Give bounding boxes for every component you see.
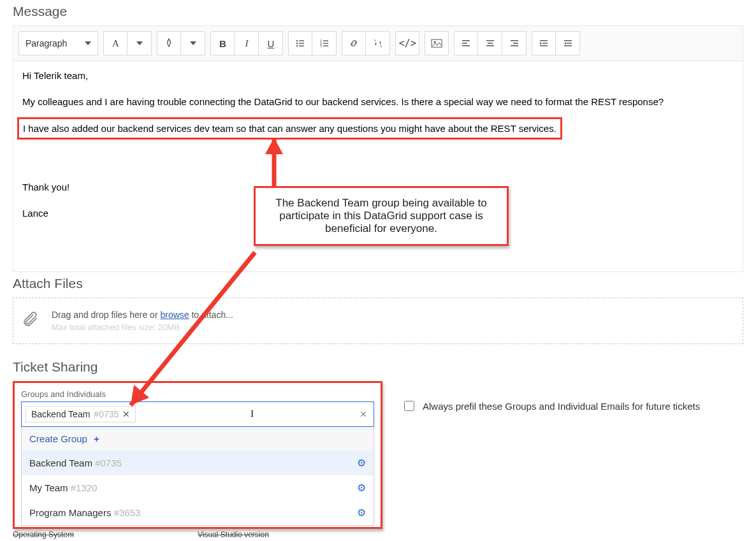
svg-line-13 bbox=[380, 45, 382, 47]
svg-rect-23 bbox=[513, 43, 518, 44]
create-group-option[interactable]: Create Group + bbox=[22, 427, 374, 451]
italic-button[interactable]: I bbox=[235, 31, 259, 55]
paperclip-icon bbox=[22, 310, 39, 332]
indent-button[interactable] bbox=[532, 31, 556, 55]
group-option[interactable]: Backend Team #0735 ⚙ bbox=[22, 451, 374, 475]
link-button[interactable] bbox=[342, 31, 366, 55]
underline-button[interactable]: U bbox=[259, 31, 283, 55]
svg-line-12 bbox=[374, 40, 376, 41]
image-button[interactable] bbox=[425, 31, 449, 55]
editor-toolbar: Paragraph A B I U bbox=[13, 26, 743, 61]
os-label: Operating System bbox=[13, 530, 185, 539]
attach-files-heading: Attach Files bbox=[13, 276, 743, 291]
prefill-checkbox[interactable] bbox=[404, 401, 414, 411]
svg-rect-16 bbox=[462, 40, 470, 41]
plus-icon: + bbox=[91, 433, 99, 444]
svg-point-4 bbox=[296, 45, 298, 47]
message-heading: Message bbox=[13, 4, 743, 19]
group-option[interactable]: Program Managers #3653 ⚙ bbox=[22, 500, 374, 525]
browse-link[interactable]: browse bbox=[160, 310, 189, 320]
font-color-dropdown[interactable] bbox=[127, 31, 152, 55]
svg-point-2 bbox=[296, 43, 298, 44]
gear-icon[interactable]: ⚙ bbox=[357, 482, 366, 494]
svg-rect-29 bbox=[567, 43, 572, 44]
bold-button[interactable]: B bbox=[210, 31, 235, 55]
gear-icon[interactable]: ⚙ bbox=[357, 507, 366, 519]
ticket-sharing-heading: Ticket Sharing bbox=[13, 359, 743, 375]
dropzone-text: Drag and drop files here or browse to at… bbox=[52, 310, 233, 320]
svg-point-0 bbox=[296, 40, 298, 41]
svg-rect-1 bbox=[299, 40, 304, 41]
message-line: My colleagues and I are having trouble c… bbox=[22, 95, 734, 108]
file-dropzone[interactable]: Drag and drop files here or browse to at… bbox=[13, 298, 743, 344]
text-cursor-icon: I bbox=[251, 409, 254, 419]
prefill-label: Always prefil these Groups and Individua… bbox=[423, 401, 700, 412]
svg-rect-11 bbox=[323, 45, 328, 46]
highlighted-sentence: I have also added our backend services d… bbox=[17, 117, 562, 140]
svg-rect-27 bbox=[540, 45, 548, 47]
svg-rect-26 bbox=[542, 43, 548, 44]
message-line: Hi Telerik team, bbox=[22, 69, 734, 82]
font-color-button[interactable]: A bbox=[103, 31, 127, 55]
gear-icon[interactable]: ⚙ bbox=[357, 457, 366, 469]
unlink-button[interactable] bbox=[366, 31, 390, 55]
svg-rect-19 bbox=[486, 40, 494, 41]
svg-rect-24 bbox=[511, 45, 518, 47]
align-center-button[interactable] bbox=[478, 31, 502, 55]
align-left-button[interactable] bbox=[454, 31, 478, 55]
svg-rect-3 bbox=[299, 43, 304, 43]
svg-rect-21 bbox=[486, 45, 494, 47]
svg-rect-22 bbox=[511, 40, 518, 41]
svg-rect-18 bbox=[462, 45, 470, 47]
paragraph-format-label: Paragraph bbox=[25, 38, 67, 48]
svg-point-15 bbox=[434, 41, 436, 43]
dropzone-subtext: Max total attached files size: 20MB bbox=[52, 322, 233, 332]
svg-rect-28 bbox=[564, 40, 572, 41]
svg-rect-20 bbox=[488, 43, 493, 44]
svg-rect-17 bbox=[462, 43, 467, 44]
group-option[interactable]: My Team #1320 ⚙ bbox=[22, 475, 374, 500]
align-right-button[interactable] bbox=[502, 31, 527, 55]
numbered-list-button[interactable]: 123 bbox=[312, 31, 337, 55]
vs-label: Visual Studio version bbox=[198, 530, 370, 539]
ticket-sharing-panel: Groups and Individuals Backend Team #073… bbox=[13, 381, 382, 529]
groups-dropdown: Create Group + Backend Team #0735 ⚙ My T… bbox=[21, 427, 374, 526]
bullet-list-button[interactable] bbox=[288, 31, 312, 55]
svg-rect-25 bbox=[540, 40, 548, 41]
svg-rect-7 bbox=[323, 40, 328, 41]
highlight-dropdown[interactable] bbox=[181, 31, 205, 55]
code-button[interactable]: </> bbox=[395, 31, 419, 55]
groups-individuals-label: Groups and Individuals bbox=[21, 389, 374, 399]
prefill-checkbox-row[interactable]: Always prefil these Groups and Individua… bbox=[402, 399, 700, 413]
svg-rect-30 bbox=[564, 45, 572, 47]
remove-tag-icon[interactable]: ✕ bbox=[122, 409, 130, 419]
clear-input-icon[interactable]: ✕ bbox=[360, 409, 367, 419]
groups-input[interactable]: Backend Team #0735 ✕ I ✕ bbox=[21, 401, 374, 427]
svg-rect-9 bbox=[323, 43, 328, 43]
chevron-down-icon bbox=[85, 41, 91, 45]
selected-tag[interactable]: Backend Team #0735 ✕ bbox=[25, 406, 136, 422]
svg-rect-5 bbox=[299, 45, 304, 46]
highlight-button[interactable] bbox=[157, 31, 181, 55]
svg-text:3: 3 bbox=[320, 44, 322, 48]
annotation-callout: The Backend Team group being available t… bbox=[254, 186, 509, 246]
outdent-button[interactable] bbox=[556, 31, 580, 55]
svg-rect-14 bbox=[432, 40, 442, 47]
paragraph-format-select[interactable]: Paragraph bbox=[18, 31, 98, 55]
